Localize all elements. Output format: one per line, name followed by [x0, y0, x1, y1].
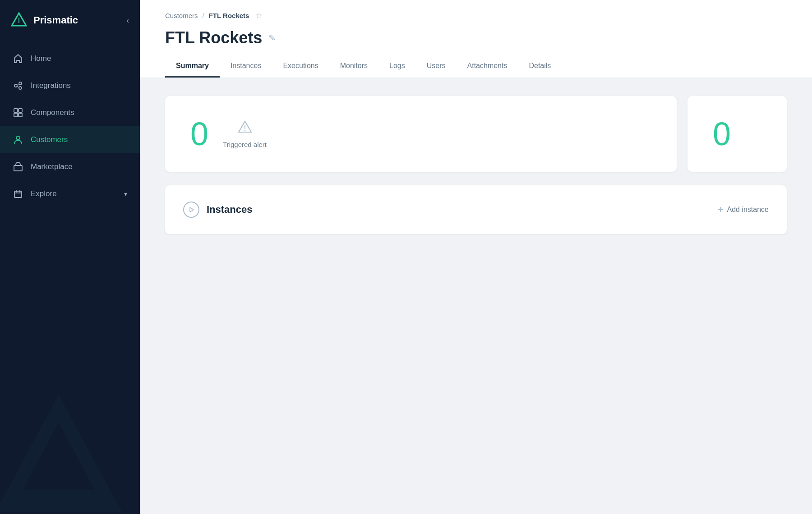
- instances-title: Instances: [207, 204, 253, 216]
- tab-logs[interactable]: Logs: [378, 55, 416, 78]
- page-title: FTL Rockets: [165, 28, 262, 47]
- tab-users[interactable]: Users: [416, 55, 457, 78]
- integrations-icon: [13, 80, 23, 91]
- tab-summary[interactable]: Summary: [165, 55, 220, 78]
- tab-details[interactable]: Details: [518, 55, 562, 78]
- svg-point-2: [14, 84, 17, 87]
- breadcrumb: Customers / FTL Rockets ☆: [165, 0, 787, 24]
- svg-rect-7: [14, 109, 18, 112]
- triggered-alert-card: 0 Triggered alert: [165, 96, 677, 172]
- tab-instances[interactable]: Instances: [220, 55, 272, 78]
- sidebar-item-marketplace-label: Marketplace: [31, 162, 73, 171]
- sidebar-item-explore[interactable]: Explore ▾: [0, 180, 140, 207]
- sidebar-item-home-label: Home: [31, 54, 51, 63]
- home-icon: [13, 53, 23, 64]
- svg-point-4: [19, 87, 22, 89]
- svg-rect-10: [18, 113, 22, 117]
- instances-title-group: Instances: [183, 202, 253, 218]
- svg-rect-9: [14, 113, 18, 117]
- instances-section: Instances + Add instance: [165, 185, 787, 234]
- sidebar-item-integrations[interactable]: Integrations: [0, 72, 140, 99]
- add-instance-button[interactable]: + Add instance: [718, 204, 769, 216]
- sidebar-item-customers[interactable]: Customers: [0, 126, 140, 153]
- add-instance-plus-icon: +: [718, 204, 724, 216]
- breadcrumb-separator: /: [203, 12, 204, 19]
- marketplace-icon: [13, 161, 23, 172]
- prismatic-logo-icon: [11, 12, 27, 28]
- content-area: 0 Triggered alert 0 Inst: [140, 78, 812, 514]
- sidebar-item-home[interactable]: Home: [0, 45, 140, 72]
- triggered-alert-count: 0: [190, 118, 208, 150]
- svg-point-3: [19, 82, 22, 85]
- page-title-row: FTL Rockets ✎: [165, 24, 787, 47]
- sidebar-item-integrations-label: Integrations: [31, 81, 71, 90]
- breadcrumb-current: FTL Rockets: [209, 12, 249, 19]
- chevron-down-icon: ▾: [124, 190, 127, 197]
- svg-rect-13: [14, 191, 22, 197]
- second-summary-card: 0: [687, 96, 787, 172]
- sidebar-item-marketplace[interactable]: Marketplace: [0, 153, 140, 180]
- app-name: Prismatic: [33, 14, 78, 26]
- components-icon: [13, 107, 23, 118]
- main-content: Customers / FTL Rockets ☆ FTL Rockets ✎ …: [140, 0, 812, 514]
- svg-marker-21: [190, 207, 194, 212]
- tab-monitors[interactable]: Monitors: [329, 55, 378, 78]
- tabs-row: Summary Instances Executions Monitors Lo…: [165, 55, 787, 78]
- sidebar-header: Prismatic ‹: [0, 0, 140, 41]
- sidebar-collapse-button[interactable]: ‹: [126, 16, 129, 25]
- tab-executions[interactable]: Executions: [272, 55, 329, 78]
- edit-icon[interactable]: ✎: [268, 32, 276, 43]
- instances-header: Instances + Add instance: [183, 202, 769, 218]
- svg-rect-8: [18, 109, 22, 112]
- tab-attachments[interactable]: Attachments: [457, 55, 518, 78]
- breadcrumb-customers-link[interactable]: Customers: [165, 12, 198, 19]
- sidebar-item-customers-label: Customers: [31, 135, 68, 144]
- svg-rect-12: [14, 165, 22, 171]
- customers-icon: [13, 134, 23, 145]
- sidebar-item-components-label: Components: [31, 108, 74, 117]
- svg-point-11: [16, 136, 20, 140]
- triggered-alert-label: Triggered alert: [223, 141, 267, 148]
- second-card-count: 0: [713, 118, 731, 150]
- sidebar-item-explore-label: Explore: [31, 189, 57, 198]
- sidebar-item-components[interactable]: Components: [0, 99, 140, 126]
- add-instance-label: Add instance: [727, 206, 769, 214]
- favorite-star-icon[interactable]: ☆: [255, 11, 262, 20]
- triggered-alert-icon-label: Triggered alert: [223, 119, 267, 148]
- alert-triangle-icon: [238, 119, 252, 137]
- svg-line-5: [17, 84, 19, 85]
- sidebar: Prismatic ‹ Home Integrations Components: [0, 0, 140, 514]
- main-header: Customers / FTL Rockets ☆ FTL Rockets ✎ …: [140, 0, 812, 78]
- sidebar-logo: Prismatic: [11, 12, 78, 28]
- svg-line-6: [17, 86, 19, 87]
- svg-point-20: [244, 130, 245, 131]
- explore-icon: [13, 188, 23, 199]
- instances-play-icon: [183, 202, 199, 218]
- summary-cards-row: 0 Triggered alert 0: [165, 96, 787, 172]
- sidebar-nav: Home Integrations Components Customers: [0, 41, 140, 514]
